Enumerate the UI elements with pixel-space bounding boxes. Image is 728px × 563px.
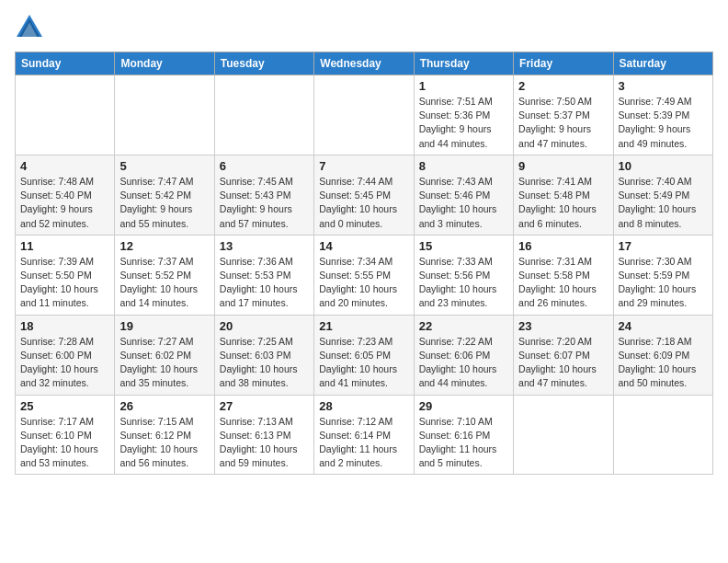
day-number: 28 bbox=[319, 399, 408, 413]
day-cell: 7Sunrise: 7:44 AM Sunset: 5:45 PM Daylig… bbox=[314, 155, 414, 235]
day-cell bbox=[16, 75, 115, 155]
day-cell: 24Sunrise: 7:18 AM Sunset: 6:09 PM Dayli… bbox=[613, 315, 712, 395]
day-cell: 5Sunrise: 7:47 AM Sunset: 5:42 PM Daylig… bbox=[115, 155, 214, 235]
day-number: 17 bbox=[619, 239, 708, 253]
day-cell: 19Sunrise: 7:27 AM Sunset: 6:02 PM Dayli… bbox=[115, 315, 214, 395]
day-cell: 27Sunrise: 7:13 AM Sunset: 6:13 PM Dayli… bbox=[214, 395, 313, 475]
calendar-header-row: SundayMondayTuesdayWednesdayThursdayFrid… bbox=[16, 52, 713, 75]
day-number: 10 bbox=[619, 159, 708, 173]
day-info: Sunrise: 7:25 AM Sunset: 6:03 PM Dayligh… bbox=[220, 335, 309, 391]
day-number: 29 bbox=[419, 399, 508, 413]
day-info: Sunrise: 7:43 AM Sunset: 5:46 PM Dayligh… bbox=[419, 175, 508, 231]
day-number: 22 bbox=[419, 319, 508, 333]
day-number: 16 bbox=[518, 239, 608, 253]
week-row-5: 25Sunrise: 7:17 AM Sunset: 6:10 PM Dayli… bbox=[16, 395, 713, 475]
day-number: 7 bbox=[319, 159, 408, 173]
day-cell: 26Sunrise: 7:15 AM Sunset: 6:12 PM Dayli… bbox=[115, 395, 214, 475]
day-number: 19 bbox=[119, 319, 209, 333]
day-number: 24 bbox=[619, 319, 708, 333]
day-cell: 4Sunrise: 7:48 AM Sunset: 5:40 PM Daylig… bbox=[16, 155, 115, 235]
day-cell: 10Sunrise: 7:40 AM Sunset: 5:49 PM Dayli… bbox=[613, 155, 712, 235]
day-number: 13 bbox=[220, 239, 309, 253]
day-info: Sunrise: 7:49 AM Sunset: 5:39 PM Dayligh… bbox=[619, 95, 708, 151]
day-cell: 12Sunrise: 7:37 AM Sunset: 5:52 PM Dayli… bbox=[115, 235, 214, 315]
day-number: 8 bbox=[419, 159, 508, 173]
day-info: Sunrise: 7:15 AM Sunset: 6:12 PM Dayligh… bbox=[119, 415, 209, 471]
day-number: 1 bbox=[419, 79, 508, 93]
day-cell: 22Sunrise: 7:22 AM Sunset: 6:06 PM Dayli… bbox=[414, 315, 513, 395]
day-cell: 23Sunrise: 7:20 AM Sunset: 6:07 PM Dayli… bbox=[514, 315, 613, 395]
day-info: Sunrise: 7:37 AM Sunset: 5:52 PM Dayligh… bbox=[119, 255, 209, 311]
day-info: Sunrise: 7:51 AM Sunset: 5:36 PM Dayligh… bbox=[419, 95, 508, 151]
logo-icon bbox=[17, 15, 42, 37]
logo bbox=[15, 15, 42, 40]
column-header-tuesday: Tuesday bbox=[214, 52, 313, 75]
calendar-table: SundayMondayTuesdayWednesdayThursdayFrid… bbox=[15, 52, 713, 475]
day-number: 5 bbox=[119, 159, 209, 173]
day-cell: 14Sunrise: 7:34 AM Sunset: 5:55 PM Dayli… bbox=[314, 235, 414, 315]
day-cell: 8Sunrise: 7:43 AM Sunset: 5:46 PM Daylig… bbox=[414, 155, 513, 235]
day-info: Sunrise: 7:47 AM Sunset: 5:42 PM Dayligh… bbox=[119, 175, 209, 231]
day-number: 27 bbox=[220, 399, 309, 413]
day-cell: 20Sunrise: 7:25 AM Sunset: 6:03 PM Dayli… bbox=[214, 315, 313, 395]
day-cell: 11Sunrise: 7:39 AM Sunset: 5:50 PM Dayli… bbox=[16, 235, 115, 315]
day-info: Sunrise: 7:10 AM Sunset: 6:16 PM Dayligh… bbox=[419, 415, 508, 471]
day-number: 25 bbox=[20, 399, 109, 413]
day-info: Sunrise: 7:33 AM Sunset: 5:56 PM Dayligh… bbox=[419, 255, 508, 311]
day-number: 23 bbox=[518, 319, 608, 333]
week-row-1: 1Sunrise: 7:51 AM Sunset: 5:36 PM Daylig… bbox=[16, 75, 713, 155]
day-info: Sunrise: 7:36 AM Sunset: 5:53 PM Dayligh… bbox=[220, 255, 309, 311]
day-info: Sunrise: 7:12 AM Sunset: 6:14 PM Dayligh… bbox=[319, 415, 408, 471]
column-header-monday: Monday bbox=[115, 52, 214, 75]
day-info: Sunrise: 7:40 AM Sunset: 5:49 PM Dayligh… bbox=[619, 175, 708, 231]
day-cell: 17Sunrise: 7:30 AM Sunset: 5:59 PM Dayli… bbox=[613, 235, 712, 315]
day-cell bbox=[214, 75, 313, 155]
day-number: 15 bbox=[419, 239, 508, 253]
day-number: 9 bbox=[518, 159, 608, 173]
day-info: Sunrise: 7:48 AM Sunset: 5:40 PM Dayligh… bbox=[20, 175, 109, 231]
day-info: Sunrise: 7:50 AM Sunset: 5:37 PM Dayligh… bbox=[518, 95, 608, 151]
day-cell bbox=[115, 75, 214, 155]
day-info: Sunrise: 7:41 AM Sunset: 5:48 PM Dayligh… bbox=[518, 175, 608, 231]
day-cell bbox=[613, 395, 712, 475]
day-info: Sunrise: 7:23 AM Sunset: 6:05 PM Dayligh… bbox=[319, 335, 408, 391]
day-cell: 16Sunrise: 7:31 AM Sunset: 5:58 PM Dayli… bbox=[514, 235, 613, 315]
column-header-friday: Friday bbox=[514, 52, 613, 75]
day-info: Sunrise: 7:39 AM Sunset: 5:50 PM Dayligh… bbox=[20, 255, 109, 311]
day-number: 20 bbox=[220, 319, 309, 333]
day-number: 2 bbox=[518, 79, 608, 93]
week-row-4: 18Sunrise: 7:28 AM Sunset: 6:00 PM Dayli… bbox=[16, 315, 713, 395]
day-info: Sunrise: 7:20 AM Sunset: 6:07 PM Dayligh… bbox=[518, 335, 608, 391]
column-header-saturday: Saturday bbox=[613, 52, 712, 75]
day-cell: 9Sunrise: 7:41 AM Sunset: 5:48 PM Daylig… bbox=[514, 155, 613, 235]
day-info: Sunrise: 7:44 AM Sunset: 5:45 PM Dayligh… bbox=[319, 175, 408, 231]
day-cell: 18Sunrise: 7:28 AM Sunset: 6:00 PM Dayli… bbox=[16, 315, 115, 395]
day-cell: 29Sunrise: 7:10 AM Sunset: 6:16 PM Dayli… bbox=[414, 395, 513, 475]
day-cell: 15Sunrise: 7:33 AM Sunset: 5:56 PM Dayli… bbox=[414, 235, 513, 315]
page-header bbox=[15, 15, 713, 40]
day-cell: 3Sunrise: 7:49 AM Sunset: 5:39 PM Daylig… bbox=[613, 75, 712, 155]
day-number: 3 bbox=[619, 79, 708, 93]
day-cell: 2Sunrise: 7:50 AM Sunset: 5:37 PM Daylig… bbox=[514, 75, 613, 155]
day-info: Sunrise: 7:17 AM Sunset: 6:10 PM Dayligh… bbox=[20, 415, 109, 471]
day-info: Sunrise: 7:18 AM Sunset: 6:09 PM Dayligh… bbox=[619, 335, 708, 391]
column-header-sunday: Sunday bbox=[16, 52, 115, 75]
day-info: Sunrise: 7:27 AM Sunset: 6:02 PM Dayligh… bbox=[119, 335, 209, 391]
week-row-3: 11Sunrise: 7:39 AM Sunset: 5:50 PM Dayli… bbox=[16, 235, 713, 315]
day-cell bbox=[514, 395, 613, 475]
day-info: Sunrise: 7:22 AM Sunset: 6:06 PM Dayligh… bbox=[419, 335, 508, 391]
day-info: Sunrise: 7:28 AM Sunset: 6:00 PM Dayligh… bbox=[20, 335, 109, 391]
day-info: Sunrise: 7:30 AM Sunset: 5:59 PM Dayligh… bbox=[619, 255, 708, 311]
day-number: 12 bbox=[119, 239, 209, 253]
day-number: 18 bbox=[20, 319, 109, 333]
day-info: Sunrise: 7:45 AM Sunset: 5:43 PM Dayligh… bbox=[220, 175, 309, 231]
day-cell: 21Sunrise: 7:23 AM Sunset: 6:05 PM Dayli… bbox=[314, 315, 414, 395]
day-cell: 13Sunrise: 7:36 AM Sunset: 5:53 PM Dayli… bbox=[214, 235, 313, 315]
day-cell: 6Sunrise: 7:45 AM Sunset: 5:43 PM Daylig… bbox=[214, 155, 313, 235]
week-row-2: 4Sunrise: 7:48 AM Sunset: 5:40 PM Daylig… bbox=[16, 155, 713, 235]
day-info: Sunrise: 7:34 AM Sunset: 5:55 PM Dayligh… bbox=[319, 255, 408, 311]
day-number: 4 bbox=[20, 159, 109, 173]
column-header-wednesday: Wednesday bbox=[314, 52, 414, 75]
day-info: Sunrise: 7:13 AM Sunset: 6:13 PM Dayligh… bbox=[220, 415, 309, 471]
day-cell bbox=[314, 75, 414, 155]
